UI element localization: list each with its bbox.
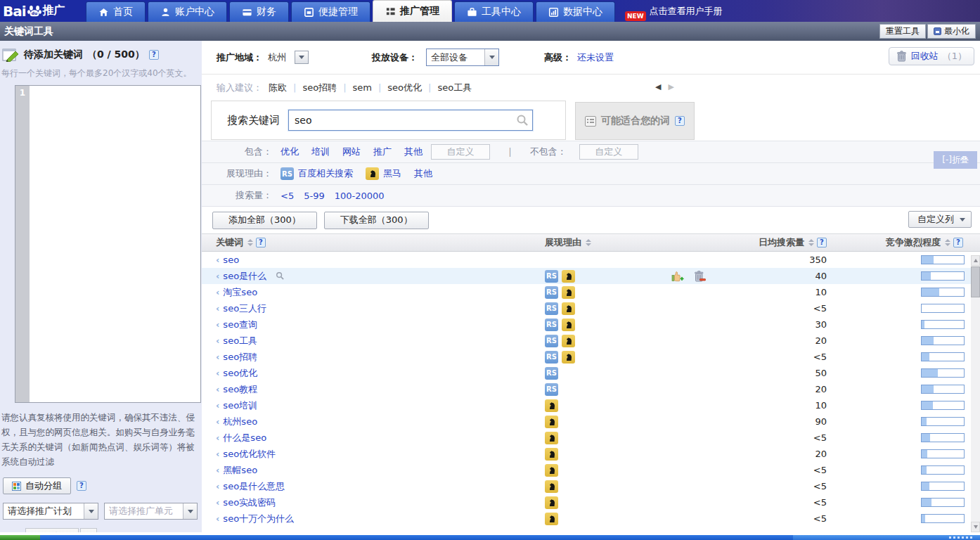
nav-tab-chart[interactable]: 数据中心 (536, 1, 615, 22)
unit-select[interactable]: 请选择推广单元 (104, 503, 198, 520)
keyword-link[interactable]: seo培训 (223, 399, 257, 412)
row-search-icon[interactable] (276, 271, 285, 281)
keyword-link[interactable]: 淘宝seo (223, 286, 257, 299)
scroll-up-button[interactable] (971, 255, 980, 266)
competition-bar-fill (922, 466, 927, 474)
help-icon[interactable]: ? (149, 50, 159, 60)
scroll-thumb[interactable] (971, 266, 980, 297)
suggest-item[interactable]: sem (353, 82, 372, 93)
vertical-scrollbar[interactable] (971, 255, 980, 532)
keyword-link[interactable]: seo是什么意思 (223, 480, 285, 493)
table-row[interactable]: ‹ seo培训 10 (202, 397, 980, 413)
keyword-link[interactable]: seo十万个为什么 (223, 513, 294, 525)
nav-tab-home[interactable]: 首页 (86, 1, 146, 22)
filter-horse-link[interactable]: 黑马 (383, 167, 401, 180)
help-icon[interactable]: ? (817, 238, 827, 248)
table-row[interactable]: ‹ seo查询 RS 30 (202, 316, 980, 333)
custom-columns-button[interactable]: 自定义列 (908, 211, 972, 228)
nav-tab-wallet[interactable]: 财务 (229, 1, 289, 22)
table-row[interactable]: ‹ seo十万个为什么 <5 (202, 510, 980, 527)
plan-select[interactable]: 请选择推广计划 (3, 503, 98, 520)
table-row[interactable]: ‹ seo招聘 RS <5 (202, 349, 980, 365)
volume-value: <5 (752, 352, 837, 362)
include-filter-link[interactable]: 其他 (404, 146, 423, 158)
filter-rs-link[interactable]: 百度相关搜索 (298, 167, 353, 180)
keyword-link[interactable]: seo教程 (223, 383, 257, 396)
table-row[interactable]: ‹ 什么是seo <5 (202, 430, 980, 446)
include-filter-link[interactable]: 网站 (342, 146, 361, 158)
help-icon[interactable]: ? (953, 238, 963, 248)
keyword-link[interactable]: seo工具 (223, 335, 257, 347)
include-filter-link[interactable]: 推广 (373, 146, 392, 158)
volume-value: 10 (752, 287, 837, 297)
nav-tab-panel[interactable]: 便捷管理 (291, 1, 370, 22)
help-icon[interactable]: ? (675, 116, 685, 126)
suggest-item[interactable]: seo工具 (437, 82, 472, 94)
include-filter-link[interactable]: 优化 (281, 146, 299, 158)
keyword-input-box: 1 (15, 85, 201, 403)
filter-other-link[interactable]: 其他 (414, 167, 432, 180)
keyword-link[interactable]: seo查询 (223, 319, 257, 331)
table-row[interactable]: ‹ seo工具 RS 20 (202, 333, 980, 349)
suggest-item[interactable]: seo优化 (387, 82, 422, 94)
delete-trash-icon[interactable] (694, 271, 706, 282)
reset-tool-button[interactable]: 重置工具 (879, 24, 926, 39)
keyword-link[interactable]: 杭州seo (223, 416, 257, 428)
sort-icon[interactable] (808, 239, 814, 246)
keyword-link[interactable]: seo优化 (223, 367, 257, 380)
help-icon[interactable]: ? (256, 238, 266, 248)
nav-tab-user[interactable]: 账户中心 (148, 1, 227, 22)
sort-icon[interactable] (247, 239, 253, 246)
table-row[interactable]: ‹ seo 350 (202, 252, 980, 268)
search-icon[interactable] (516, 114, 529, 127)
keyword-link[interactable]: seo (223, 255, 239, 265)
sort-icon[interactable] (945, 239, 950, 246)
keyword-link[interactable]: seo优化软件 (223, 448, 276, 461)
keyword-link[interactable]: 黑帽seo (223, 464, 257, 477)
keyword-link[interactable]: seo实战密码 (223, 496, 276, 509)
table-row[interactable]: ‹ seo优化软件 20 (202, 446, 980, 462)
auto-group-button[interactable]: 自动分组 (3, 477, 71, 494)
suggest-item[interactable]: seo招聘 (302, 82, 337, 94)
suggest-item[interactable]: 陈欧 (269, 82, 287, 94)
table-row[interactable]: ‹ seo优化 RS 50 (202, 365, 980, 381)
manual-link[interactable]: 点击查看用户手册 (650, 5, 723, 18)
table-row[interactable]: ‹ seo教程 RS 20 (202, 381, 980, 397)
search-input[interactable] (288, 110, 533, 131)
table-row[interactable]: ‹ 杭州seo 90 (202, 413, 980, 430)
volume-filter-link[interactable]: <5 (281, 191, 294, 201)
table-row[interactable]: ‹ seo是什么意思 <5 (202, 478, 980, 494)
include-custom-button[interactable]: 自定义 (431, 144, 490, 160)
table-row[interactable]: ‹ seo实战密码 <5 (202, 494, 980, 510)
table-row[interactable]: ‹ 黑帽seo <5 (202, 462, 980, 478)
nav-tab-briefcase[interactable]: 工具中心 (454, 1, 534, 22)
help-icon[interactable]: ? (77, 481, 86, 491)
keywords-textarea[interactable] (30, 86, 200, 402)
keyword-link[interactable]: seo三人行 (223, 302, 266, 315)
region-dropdown-button[interactable] (295, 51, 309, 64)
add-thumb-icon[interactable] (671, 271, 684, 282)
device-select[interactable]: 全部设备 (426, 49, 499, 66)
table-row[interactable]: ‹ 淘宝seo RS 10 (202, 284, 980, 300)
collapse-toggle[interactable]: [-]折叠 (934, 151, 977, 169)
sort-icon[interactable] (586, 239, 591, 246)
exclude-custom-button[interactable]: 自定义 (579, 144, 638, 160)
advanced-settings-link[interactable]: 还未设置 (577, 51, 614, 64)
tab-suitable-words[interactable]: 可能适合您的词 ? (575, 102, 695, 140)
volume-filter-link[interactable]: 5-99 (304, 191, 325, 201)
recycle-bin-button[interactable]: 回收站 （1） (889, 47, 974, 65)
add-all-button[interactable]: 添加全部（300） (212, 212, 317, 229)
include-filter-link[interactable]: 培训 (311, 146, 330, 158)
download-all-button[interactable]: 下载全部（300） (324, 212, 429, 229)
keyword-link[interactable]: 什么是seo (223, 432, 266, 444)
table-row[interactable]: ‹ seo是什么 RS (202, 268, 980, 284)
keyword-link[interactable]: seo招聘 (223, 351, 257, 364)
minimize-button[interactable]: 最小化 (927, 24, 976, 39)
prev-arrow-icon[interactable]: ◀ (655, 82, 661, 91)
nav-tab-list[interactable]: 推广管理 (373, 0, 452, 22)
scroll-down-button[interactable] (971, 522, 980, 532)
volume-filter-link[interactable]: 100-20000 (335, 191, 385, 201)
next-arrow-icon[interactable]: ▶ (668, 82, 673, 91)
table-row[interactable]: ‹ seo三人行 RS <5 (202, 300, 980, 316)
keyword-link[interactable]: seo是什么 (223, 270, 266, 283)
